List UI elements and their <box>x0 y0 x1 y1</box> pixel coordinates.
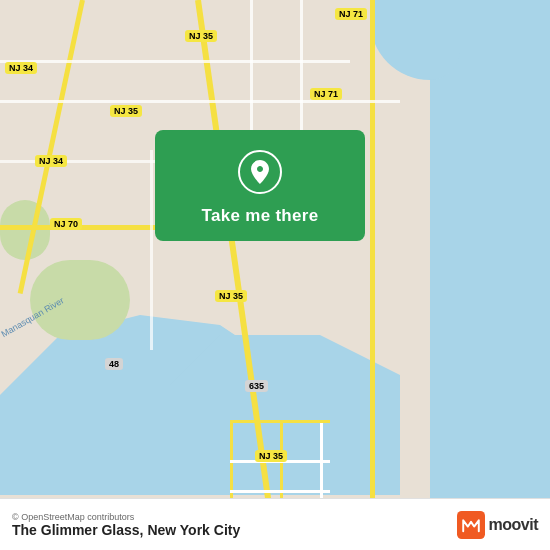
road-label-nj34a: NJ 34 <box>5 62 37 74</box>
road-label-nj35c: NJ 35 <box>215 290 247 302</box>
place-name: The Glimmer Glass, New York City <box>12 522 240 538</box>
bottom-bar: © OpenStreetMap contributors The Glimmer… <box>0 498 550 550</box>
road-label-48: 48 <box>105 358 123 370</box>
osm-attribution: © OpenStreetMap contributors <box>12 512 240 522</box>
road-label-635: 635 <box>245 380 268 392</box>
road-label-nj71a: NJ 71 <box>335 8 367 20</box>
inlet-water <box>170 335 400 495</box>
white-road-4 <box>300 0 303 150</box>
white-road-2 <box>0 60 350 63</box>
nj34-road <box>18 0 85 294</box>
grid-road-h3 <box>230 490 330 493</box>
road-label-nj35a: NJ 35 <box>185 30 217 42</box>
park-area <box>30 260 130 340</box>
park-area-2 <box>0 200 50 260</box>
ocean-water <box>430 0 550 550</box>
road-label-nj35b: NJ 35 <box>110 105 142 117</box>
grid-road-h1 <box>230 420 330 423</box>
take-me-there-button[interactable]: Take me there <box>202 206 319 226</box>
bottom-left-info: © OpenStreetMap contributors The Glimmer… <box>12 512 240 538</box>
take-me-there-card[interactable]: Take me there <box>155 130 365 241</box>
location-pin-icon <box>238 150 282 194</box>
white-road-1 <box>0 100 400 103</box>
road-label-nj70: NJ 70 <box>50 218 82 230</box>
moovit-text: moovit <box>489 516 538 534</box>
map-background: NJ 71 NJ 71 NJ 35 NJ 35 NJ 35 NJ 35 NJ 3… <box>0 0 550 550</box>
nj71-road <box>370 0 375 550</box>
road-label-nj34b: NJ 34 <box>35 155 67 167</box>
upper-water <box>370 0 460 80</box>
road-label-nj35d: NJ 35 <box>255 450 287 462</box>
svg-rect-1 <box>457 511 485 539</box>
moovit-icon <box>457 511 485 539</box>
moovit-logo: moovit <box>457 511 538 539</box>
map-container: NJ 71 NJ 71 NJ 35 NJ 35 NJ 35 NJ 35 NJ 3… <box>0 0 550 550</box>
road-label-nj71b: NJ 71 <box>310 88 342 100</box>
white-road-5 <box>150 150 153 350</box>
